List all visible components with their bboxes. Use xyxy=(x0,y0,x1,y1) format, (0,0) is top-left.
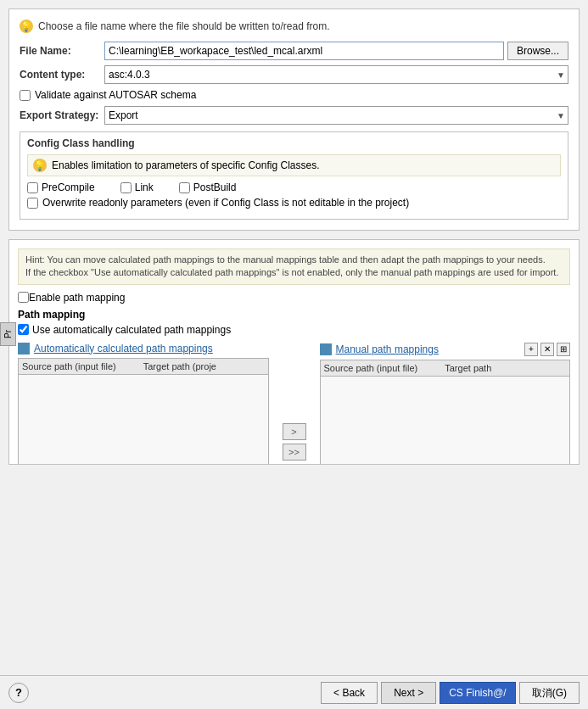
config-checkboxes-row: PreCompile Link PostBuild xyxy=(27,181,561,193)
manual-table-icon xyxy=(320,343,332,355)
auto-table-panel: Automatically calculated path mappings S… xyxy=(18,343,269,465)
config-hint-text: Enables limitation to parameters of spec… xyxy=(52,159,319,171)
enable-path-mapping-checkbox[interactable] xyxy=(18,292,29,303)
help-button[interactable]: ? xyxy=(8,683,29,703)
hint-row: 💡 Choose a file name where the file shou… xyxy=(20,20,568,33)
next-button[interactable]: Next > xyxy=(381,682,436,704)
arrow-buttons: > >> xyxy=(276,343,313,465)
manual-target-col: Target path xyxy=(445,363,566,373)
use-auto-label: Use automatically calculated path mappin… xyxy=(32,324,231,336)
finish-button[interactable]: CS Finish@/ xyxy=(440,682,516,704)
back-button[interactable]: < Back xyxy=(321,682,378,704)
auto-table-title[interactable]: Automatically calculated path mappings xyxy=(34,343,213,354)
postbuild-item: PostBuild xyxy=(179,181,237,193)
use-auto-checkbox[interactable] xyxy=(18,324,29,335)
overwrite-label: Overwrite readonly parameters (even if C… xyxy=(42,197,409,209)
cancel-button[interactable]: 取消(G) xyxy=(519,682,580,704)
precompile-item: PreCompile xyxy=(27,181,95,193)
hint-icon: 💡 xyxy=(20,20,33,33)
content-type-row: Content type: asc:4.0.3 asc:3.2.3 asc:2.… xyxy=(20,65,568,84)
auto-table-body[interactable] xyxy=(19,375,268,465)
config-hint-icon: 💡 xyxy=(33,159,47,172)
spacer xyxy=(0,469,588,676)
file-name-input[interactable] xyxy=(104,42,504,60)
enable-path-mapping-row: Enable path mapping xyxy=(18,292,570,304)
content-type-select-wrapper: asc:4.0.3 asc:3.2.3 asc:2.1 ▼ xyxy=(104,65,568,84)
file-name-label: File Name: xyxy=(20,45,104,57)
export-strategy-row: Export Strategy: Export Import Export/Im… xyxy=(20,106,568,125)
bottom-hint-line2: If the checkbox "Use automatically calcu… xyxy=(25,267,558,277)
footer-bar: ? < Back Next > CS Finish@/ 取消(G) xyxy=(0,675,588,709)
config-section: Config Class handling 💡 Enables limitati… xyxy=(20,131,568,220)
manual-data-table: Source path (input file) Target path xyxy=(320,360,571,465)
manual-table-header: Manual path mappings + ✕ ⊞ xyxy=(320,343,571,356)
path-mapping-label: Path mapping xyxy=(18,309,570,321)
manual-table-body[interactable] xyxy=(321,377,570,465)
file-name-row: File Name: Browse... xyxy=(20,42,568,60)
auto-source-col: Source path (input file) xyxy=(22,361,143,371)
top-hint-text: Choose a file name where the file should… xyxy=(38,20,330,32)
tables-area: Automatically calculated path mappings S… xyxy=(18,343,570,465)
main-container: 💡 Choose a file name where the file shou… xyxy=(0,0,588,709)
config-hint-row: 💡 Enables limitation to parameters of sp… xyxy=(27,154,561,176)
top-panel: 💡 Choose a file name where the file shou… xyxy=(8,8,580,231)
auto-data-table: Source path (input file) Target path (pr… xyxy=(18,358,269,465)
postbuild-label: PostBuild xyxy=(193,181,237,193)
bottom-hint: Hint: You can move calculated path mappi… xyxy=(18,248,570,285)
manual-table-title[interactable]: Manual path mappings xyxy=(336,343,439,355)
bottom-panel: Hint: You can move calculated path mappi… xyxy=(8,239,580,465)
link-checkbox[interactable] xyxy=(120,182,132,193)
auto-col-headers: Source path (input file) Target path (pr… xyxy=(19,359,268,375)
precompile-label: PreCompile xyxy=(42,181,95,193)
auto-table-icon xyxy=(18,343,30,354)
overwrite-checkbox[interactable] xyxy=(27,198,38,209)
precompile-checkbox[interactable] xyxy=(27,182,38,193)
export-strategy-select[interactable]: Export Import Export/Import xyxy=(104,106,568,125)
auto-calc-row: Use automatically calculated path mappin… xyxy=(18,324,570,336)
single-arrow-button[interactable]: > xyxy=(283,423,306,440)
content-type-select[interactable]: asc:4.0.3 asc:3.2.3 asc:2.1 xyxy=(104,65,568,84)
validate-row: Validate against AUTOSAR schema xyxy=(20,89,568,101)
double-arrow-button[interactable]: >> xyxy=(283,444,306,461)
postbuild-checkbox[interactable] xyxy=(179,182,190,193)
remove-row-button[interactable]: ✕ xyxy=(540,343,554,356)
table-options-button[interactable]: ⊞ xyxy=(557,343,570,356)
manual-col-headers: Source path (input file) Target path xyxy=(321,360,570,377)
auto-table-header: Automatically calculated path mappings xyxy=(18,343,269,354)
table-actions: + ✕ ⊞ xyxy=(524,343,570,356)
validate-label: Validate against AUTOSAR schema xyxy=(35,89,196,101)
validate-checkbox[interactable] xyxy=(20,90,31,101)
content-type-label: Content type: xyxy=(20,69,104,81)
manual-source-col: Source path (input file) xyxy=(324,363,445,373)
config-class-title: Config Class handling xyxy=(27,137,561,149)
export-strategy-label: Export Strategy: xyxy=(20,109,104,121)
left-tab[interactable]: Pr xyxy=(0,322,16,346)
overwrite-row: Overwrite readonly parameters (even if C… xyxy=(27,197,561,209)
add-row-button[interactable]: + xyxy=(524,343,538,356)
manual-table-panel: Manual path mappings + ✕ ⊞ Source path (… xyxy=(320,343,571,465)
enable-path-mapping-label: Enable path mapping xyxy=(29,292,125,304)
export-strategy-select-wrapper: Export Import Export/Import ▼ xyxy=(104,106,568,125)
browse-button[interactable]: Browse... xyxy=(507,42,568,60)
link-item: Link xyxy=(120,181,154,193)
bottom-hint-line1: Hint: You can move calculated path mappi… xyxy=(25,254,546,265)
link-label: Link xyxy=(135,181,154,193)
auto-target-col: Target path (proje xyxy=(143,361,265,371)
